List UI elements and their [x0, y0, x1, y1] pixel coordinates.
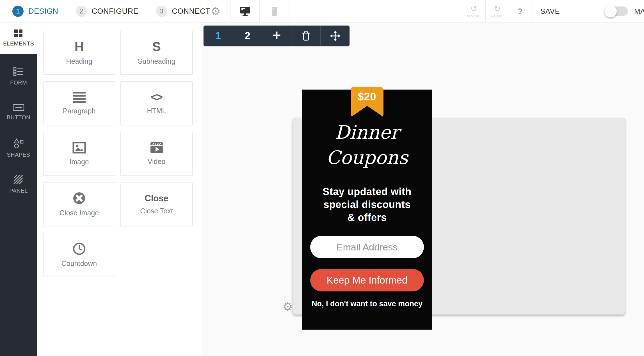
divider [289, 0, 289, 22]
heading-line-1: Dinner [302, 120, 432, 145]
top-bar: 1 DESIGN 2 CONFIGURE 3 CONNECT ⚙ [0, 0, 644, 22]
popup-preview[interactable]: $20 Dinner Coupons Stay updated with spe… [302, 90, 432, 330]
card-label: HTML [147, 107, 166, 115]
element-cards-grid: H Heading S Subheading Paragraph <> HTML… [43, 31, 193, 277]
subheading-icon: S [152, 40, 161, 53]
card-label: Countdown [61, 259, 97, 268]
element-card-countdown[interactable]: Countdown [43, 233, 115, 277]
step-configure[interactable]: 2 CONFIGURE [76, 6, 139, 17]
toolbar-step-2-button[interactable]: 2 [233, 26, 262, 46]
shapes-icon [13, 138, 24, 149]
close-word-icon: Close [145, 194, 168, 203]
close-circle-icon [73, 192, 86, 205]
button-icon [13, 104, 24, 111]
dismiss-link[interactable]: No, I don't want to save money [302, 300, 432, 308]
topbar-actions: ↺ UNDO ↻ REDO ? SAVE MA [462, 0, 644, 22]
paragraph-lines-icon [73, 92, 86, 103]
undo-label: UNDO [467, 13, 481, 18]
panel-icon [13, 174, 24, 184]
toolbar-move-button[interactable] [320, 26, 350, 46]
image-icon [72, 142, 86, 154]
form-icon [13, 67, 24, 76]
panel-settings-gear-icon[interactable]: ⚙ [283, 301, 293, 312]
code-brackets-icon: <> [151, 92, 162, 102]
element-card-subheading[interactable]: S Subheading [120, 31, 193, 75]
card-label: Close Image [60, 209, 99, 217]
desktop-preview-button[interactable] [230, 0, 259, 22]
device-preview-controls: ⚙ [201, 0, 289, 22]
toolbar-delete-button[interactable] [291, 26, 320, 46]
popup-subheading[interactable]: Stay updated with special discounts & of… [302, 185, 432, 224]
move-icon [330, 31, 341, 41]
card-label: Paragraph [63, 107, 96, 115]
card-label: Close Text [140, 207, 173, 215]
mobile-preview-button[interactable] [260, 0, 289, 22]
card-label: Heading [66, 57, 92, 65]
redo-label: REDO [490, 13, 504, 18]
save-button[interactable]: SAVE [531, 0, 569, 22]
sidebar-item-label: PANEL [9, 188, 28, 194]
sidebar-item-elements[interactable]: ELEMENTS [0, 22, 37, 54]
step-design[interactable]: 1 DESIGN [12, 6, 58, 17]
step-2-label: 2 [245, 30, 250, 42]
subtext-line-1: Stay updated with [302, 185, 432, 198]
element-card-html[interactable]: <> HTML [120, 81, 193, 125]
toolbar-step-1-button[interactable]: 1 [204, 26, 233, 46]
help-icon: ? [517, 6, 522, 16]
element-card-video[interactable]: Video [120, 132, 193, 176]
undo-button[interactable]: ↺ UNDO [462, 0, 485, 22]
plus-icon: + [272, 28, 281, 44]
popup-heading[interactable]: Dinner Coupons [302, 120, 432, 170]
card-label: Image [69, 158, 89, 166]
elements-panel: H Heading S Subheading Paragraph <> HTML… [37, 22, 202, 356]
price-badge[interactable]: $20 [351, 87, 383, 117]
sidebar-item-label: BUTTON [7, 114, 30, 121]
step-design-label: DESIGN [28, 7, 58, 16]
canvas-toolbar: 1 2 + [204, 26, 350, 46]
step-configure-number: 2 [76, 6, 87, 17]
gear-icon: ⚙ [211, 6, 221, 17]
card-label: Video [148, 158, 166, 166]
clock-icon [73, 242, 86, 255]
mode-toggle-switch[interactable] [605, 6, 628, 16]
step-design-number: 1 [12, 6, 24, 17]
element-card-heading[interactable]: H Heading [43, 31, 115, 75]
step-connect-number: 3 [156, 6, 167, 17]
wizard-steps: 1 DESIGN 2 CONFIGURE 3 CONNECT [12, 0, 210, 22]
element-card-close-text[interactable]: Close Close Text [120, 182, 193, 226]
mode-label: MA [634, 7, 644, 16]
subtext-line-3: & offers [302, 211, 432, 224]
sidebar-item-shapes[interactable]: SHAPES [0, 130, 37, 166]
heading-icon: H [74, 40, 84, 53]
settings-gear-button[interactable]: ⚙ [201, 0, 230, 22]
badge-text: $20 [351, 91, 383, 103]
redo-button[interactable]: ↻ REDO [486, 0, 509, 22]
mobile-icon [271, 6, 277, 16]
trash-icon [302, 31, 310, 41]
element-card-paragraph[interactable]: Paragraph [43, 81, 115, 125]
undo-icon: ↺ [470, 4, 477, 13]
heading-line-2: Coupons [302, 145, 432, 170]
email-input[interactable] [310, 236, 424, 258]
save-label: SAVE [540, 7, 560, 16]
toggle-knob [604, 5, 617, 17]
subtext-line-2: special discounts [302, 198, 432, 211]
desktop-icon [239, 6, 251, 16]
elements-grid-icon [14, 29, 23, 37]
help-button[interactable]: ? [509, 0, 531, 22]
sidebar-item-form[interactable]: FORM [0, 58, 37, 94]
keep-me-informed-button[interactable]: Keep Me Informed [310, 269, 424, 291]
left-sidebar: ELEMENTS FORM BUTTON SHAPES [0, 22, 37, 356]
sidebar-item-panel[interactable]: PANEL [0, 166, 37, 202]
redo-icon: ↻ [494, 4, 501, 13]
element-card-close-image[interactable]: Close Image [43, 182, 115, 226]
sidebar-item-label: FORM [10, 79, 27, 86]
step-1-label: 1 [215, 30, 221, 42]
card-label: Subheading [138, 57, 175, 65]
video-icon [150, 142, 163, 153]
sidebar-item-label: ELEMENTS [3, 40, 34, 47]
toolbar-add-step-button[interactable]: + [262, 26, 291, 46]
sidebar-item-button[interactable]: BUTTON [0, 94, 37, 130]
badge-ribbon-notch [351, 106, 383, 117]
element-card-image[interactable]: Image [43, 132, 115, 176]
